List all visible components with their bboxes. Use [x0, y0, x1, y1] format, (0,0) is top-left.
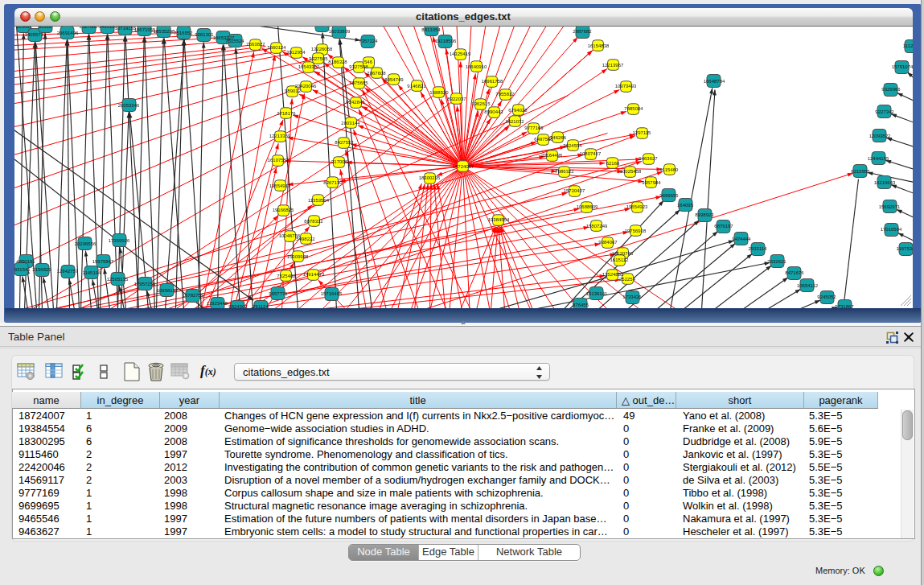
svg-text:7515524: 7515524 [225, 39, 244, 43]
svg-text:95512: 95512 [38, 27, 51, 29]
svg-text:8322037: 8322037 [447, 97, 466, 101]
svg-text:10958107: 10958107 [156, 288, 178, 293]
svg-text:3624554: 3624554 [563, 143, 582, 148]
svg-text:8454749: 8454749 [384, 77, 404, 82]
svg-text:13524851: 13524851 [602, 272, 623, 277]
svg-text:9474444: 9474444 [732, 237, 751, 241]
svg-text:20206556: 20206556 [74, 241, 96, 246]
svg-text:7625402: 7625402 [277, 274, 296, 278]
svg-text:13226058: 13226058 [310, 47, 332, 51]
svg-text:15909948: 15909948 [286, 254, 308, 259]
svg-text:18300295: 18300295 [418, 175, 440, 180]
svg-text:1733426: 1733426 [622, 295, 642, 299]
svg-text:7955812: 7955812 [495, 92, 515, 97]
svg-text:9061301: 9061301 [195, 32, 214, 37]
svg-text:2887682: 2887682 [573, 29, 592, 34]
svg-text:20164436: 20164436 [540, 153, 562, 158]
svg-text:19218506: 19218506 [434, 39, 456, 43]
svg-text:7663822: 7663822 [246, 42, 265, 47]
svg-text:6794028: 6794028 [508, 108, 528, 113]
svg-text:761124: 761124 [253, 304, 269, 308]
svg-text:16107552: 16107552 [267, 158, 289, 163]
svg-text:9146821: 9146821 [407, 84, 426, 89]
svg-text:10671955: 10671955 [133, 27, 155, 32]
svg-text:17016504: 17016504 [880, 227, 901, 232]
svg-text:6879197: 6879197 [714, 224, 733, 229]
svg-text:546: 546 [363, 60, 372, 64]
svg-text:16648784: 16648784 [703, 79, 725, 84]
svg-text:8186328: 8186328 [328, 60, 347, 64]
svg-text:16543362: 16543362 [298, 64, 319, 69]
svg-text:205692: 205692 [15, 27, 32, 29]
svg-text:9824502: 9824502 [228, 304, 248, 308]
svg-text:8990443: 8990443 [484, 109, 503, 114]
svg-text:9327508: 9327508 [349, 64, 368, 69]
svg-text:15751074: 15751074 [891, 64, 912, 69]
svg-text:12505135: 12505135 [106, 277, 128, 282]
svg-text:317006: 317006 [331, 159, 347, 164]
svg-text:16033809: 16033809 [310, 27, 332, 27]
svg-text:3931541: 3931541 [14, 267, 31, 272]
svg-text:11353594: 11353594 [307, 198, 329, 203]
svg-text:20691406: 20691406 [56, 31, 78, 35]
svg-text:9731867: 9731867 [835, 304, 854, 308]
svg-text:8813054: 8813054 [421, 27, 441, 32]
svg-text:9463627: 9463627 [639, 156, 658, 161]
svg-text:3660124: 3660124 [267, 45, 286, 50]
svg-text:16033809: 16033809 [328, 29, 350, 34]
svg-text:2933114: 2933114 [748, 246, 767, 251]
svg-text:2803144: 2803144 [341, 121, 360, 126]
svg-text:19975867: 19975867 [92, 259, 113, 264]
svg-text:989012: 989012 [284, 89, 301, 93]
svg-text:1621072: 1621072 [505, 119, 524, 124]
svg-text:1615112: 1615112 [610, 257, 629, 262]
svg-text:8878332: 8878332 [304, 219, 323, 224]
svg-text:10719155: 10719155 [114, 27, 136, 31]
svg-text:14325419: 14325419 [449, 51, 470, 56]
svg-text:9357984: 9357984 [642, 180, 661, 185]
svg-text:12942757: 12942757 [56, 269, 78, 274]
svg-text:16961758: 16961758 [481, 79, 503, 84]
svg-text:1527602: 1527602 [79, 27, 98, 29]
svg-text:876455: 876455 [572, 303, 589, 307]
svg-text:10654112: 10654112 [796, 283, 818, 288]
svg-text:2718176: 2718176 [277, 111, 296, 116]
svg-text:252254: 252254 [618, 277, 635, 282]
svg-text:2156829: 2156829 [32, 267, 51, 272]
svg-text:1588520: 1588520 [429, 90, 449, 95]
svg-text:12444155: 12444155 [867, 156, 889, 161]
svg-text:9657771: 9657771 [269, 291, 288, 296]
svg-text:10973493: 10973493 [614, 84, 636, 89]
svg-text:1297115: 1297115 [632, 130, 651, 135]
svg-text:12093822: 12093822 [869, 134, 890, 138]
svg-text:3912954: 3912954 [286, 50, 306, 55]
svg-text:1362615: 1362615 [471, 101, 491, 106]
svg-text:11923446: 11923446 [206, 301, 228, 306]
svg-text:17957255: 17957255 [133, 282, 155, 286]
svg-text:14055712: 14055712 [24, 32, 46, 37]
svg-text:18724007: 18724007 [452, 164, 474, 169]
svg-text:16782759: 16782759 [182, 293, 203, 298]
svg-text:19756928: 19756928 [624, 229, 646, 233]
svg-text:2867608: 2867608 [367, 71, 386, 76]
svg-text:3875685: 3875685 [349, 80, 368, 85]
svg-text:164095: 164095 [676, 203, 693, 208]
svg-text:19384554: 19384554 [487, 217, 509, 222]
svg-text:16210643: 16210643 [873, 180, 895, 185]
svg-text:8267130: 8267130 [323, 180, 343, 185]
svg-text:8471676: 8471676 [785, 270, 804, 275]
svg-text:9245052: 9245052 [817, 295, 836, 299]
svg-text:8938923: 8938923 [695, 212, 714, 217]
svg-text:9227342: 9227342 [875, 109, 894, 114]
svg-text:746266: 746266 [549, 135, 566, 140]
svg-text:19654923: 19654923 [626, 204, 647, 209]
svg-text:9699695: 9699695 [659, 193, 679, 198]
svg-text:8427552: 8427552 [335, 140, 354, 145]
svg-text:9327505: 9327505 [309, 56, 328, 61]
svg-text:18535298: 18535298 [153, 29, 175, 34]
svg-text:1167534: 1167534 [896, 246, 912, 251]
svg-text:23420046: 23420046 [294, 84, 316, 89]
svg-text:15716485: 15716485 [320, 291, 342, 296]
svg-text:14914473: 14914473 [302, 272, 324, 277]
svg-text:1112704: 1112704 [902, 43, 912, 48]
